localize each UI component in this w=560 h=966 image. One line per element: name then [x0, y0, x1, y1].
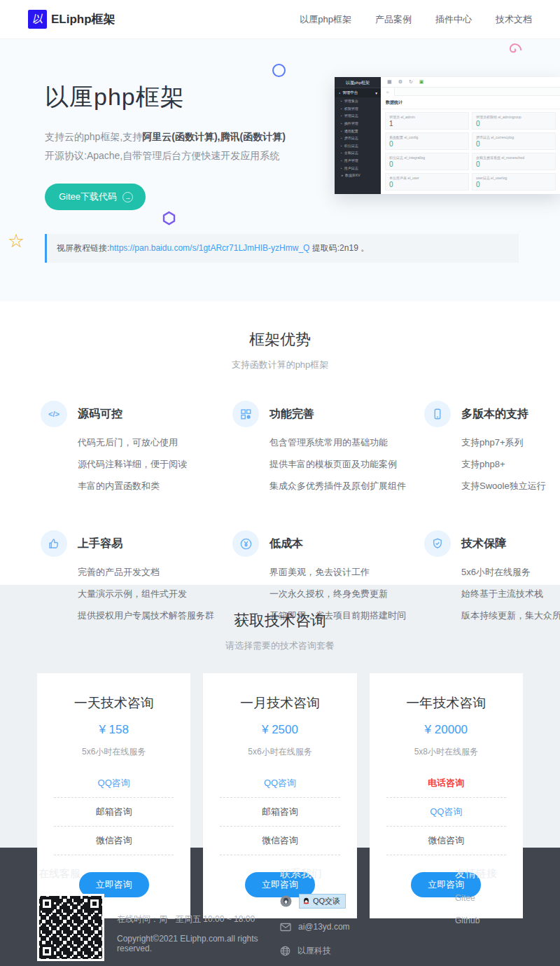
gitee-link[interactable]: Gitee: [455, 893, 497, 903]
logo-text: ELiphp框架: [51, 11, 115, 27]
phone-consult-link[interactable]: 电话咨询: [386, 769, 506, 798]
nav-item-framework[interactable]: 以厘php框架: [300, 13, 351, 26]
hero-desc-line2: 开源协议:Apache,自带管理后台方便快速开发应用系统: [45, 146, 286, 165]
chevron-down-icon: ▾: [375, 91, 377, 95]
notice-prefix: 视屏教程链接:: [57, 243, 109, 253]
footer-links-title: 友情链接: [455, 867, 497, 881]
feature-tech-guarantee: 技术保障 5x6小时在线服务 始终基于主流技术栈 版本持续更新，集大众所需: [424, 530, 560, 622]
screenshot-menu-item: ▪管理集合: [335, 97, 381, 105]
menu-item-icon: ●: [341, 173, 343, 177]
hero-text: 以厘php框架 支持云的php框架,支持阿里云(函数计算),腾讯(函数计算) 开…: [45, 81, 286, 210]
phone-icon: [424, 401, 451, 427]
screenshot-menu-item: ▪管理日志: [335, 112, 381, 120]
nav-item-plugins[interactable]: 插件中心: [435, 13, 472, 26]
hexagon-decoration-icon: [162, 211, 176, 226]
screenshot-stat-cards: 管理员 el_admin1 管理员权限组 el_admingroup0 系统配置…: [381, 109, 560, 193]
menu-item-icon: ▪: [341, 166, 342, 170]
screenshot-menu-item: ▪货币日志: [335, 134, 381, 142]
email-consult-item: 邮箱咨询: [220, 798, 340, 827]
grid-icon: ▦: [387, 79, 392, 85]
qq-penguin-icon: [302, 897, 310, 905]
qq-consult-link[interactable]: QQ咨询: [54, 769, 174, 798]
menu-header-icon: ◔: [338, 91, 340, 95]
menu-item-icon: ▪: [341, 121, 342, 125]
menu-item-icon: ▪: [341, 158, 342, 163]
stat-card: 系统配置 el_config0: [385, 132, 469, 150]
feature-point: 支持php8+: [461, 458, 546, 471]
menu-item-icon: ▪: [341, 106, 342, 111]
stat-card: 积分日志 el_integrallog0: [385, 153, 469, 170]
feature-complete-functions: 功能完善 包含管理系统常用的基础功能 提供丰富的模板页面及功能案例 集成众多优秀…: [232, 401, 406, 492]
screenshot-menu-item: ▪用户日志: [335, 164, 381, 172]
screenshot-sidebar-title: 以厘php框架: [335, 77, 381, 88]
mail-icon: [280, 923, 291, 932]
logo-icon: 以: [28, 10, 47, 29]
video-tutorial-notice: 视屏教程链接:https://pan.baidu.com/s/1gtARcr71…: [45, 234, 519, 263]
plugin-icon: ▣: [419, 79, 424, 85]
stat-card: 货币日志 el_currencylog0: [472, 132, 556, 150]
hero-title: 以厘php框架: [45, 81, 286, 113]
pricing-section: 获取技术咨询 请选择需要的技术咨询套餐 一天技术咨询 ¥ 158 5x6小时在线…: [0, 585, 560, 848]
tutorial-link[interactable]: https://pan.baidu.com/s/1gtARcr71LJmHIB-…: [109, 243, 309, 253]
feature-point: 支持php7+系列: [461, 436, 546, 449]
feature-point: 包含管理系统常用的基础功能: [270, 436, 406, 449]
admin-dashboard-screenshot: 以厘php框架 ◔ 管理中台 ▾ ▪管理集合 ▪权限管理 ▪管理日志 ▪插件管理…: [335, 77, 560, 194]
qq-consult-link[interactable]: QQ咨询: [386, 798, 506, 827]
feature-easy-start: 上手容易 完善的产品开发文档 大量演示示例，组件式开发 提供授权用户专属技术解答…: [41, 530, 214, 622]
screenshot-menu-item: ▪通用配置: [335, 127, 381, 134]
advantages-section: 框架优势 支持函数计算的php框架 </> 源码可控 代码无后门，可放心使用 源…: [0, 301, 560, 585]
feature-point: 代码无后门，可放心使用: [78, 436, 187, 449]
stat-card: 单位用户表 el_user0: [385, 173, 469, 191]
menu-item-icon: ▪: [341, 151, 342, 155]
company-link[interactable]: 以厘科技: [298, 945, 331, 957]
feature-point: 一次永久授权，终身免费更新: [270, 588, 406, 600]
notice-suffix: 提取码:2n19 。: [309, 243, 369, 253]
plan-price: ¥ 158: [54, 723, 174, 737]
plan-service: 5x6小时在线服务: [220, 746, 340, 758]
feature-point: 丰富的内置函数和类: [78, 480, 187, 492]
screenshot-sidebar: 以厘php框架 ◔ 管理中台 ▾ ▪管理集合 ▪权限管理 ▪管理日志 ▪插件管理…: [335, 77, 381, 194]
feature-point: 源代码注释详细，便于阅读: [78, 458, 187, 471]
wechat-consult-item: 微信咨询: [386, 827, 506, 855]
copyright-text: Copyright©2021 ELiphp.com.all rights res…: [117, 934, 280, 953]
feature-point: 界面美观，免去设计工作: [270, 566, 406, 579]
plan-price: ¥ 2500: [220, 723, 340, 737]
feature-point: 集成众多优秀插件及原创扩展组件: [270, 480, 406, 492]
advantages-subtitle: 支持函数计算的php框架: [0, 359, 560, 371]
github-link[interactable]: Github: [455, 916, 497, 925]
footer-service-title: 在线客服: [38, 867, 280, 881]
globe-icon: [280, 946, 290, 956]
stat-card: 余额兑换等系统 el_moneschod0: [472, 153, 556, 170]
plan-price: ¥ 20000: [386, 723, 506, 737]
feature-point: 始终基于主流技术栈: [461, 588, 560, 600]
feature-multi-version: 多版本的支持 支持php7+系列 支持php8+ 支持Swoole独立运行: [424, 401, 560, 492]
advantages-title: 框架优势: [0, 329, 560, 350]
email-link[interactable]: ai@13yd.com: [298, 922, 350, 932]
gitee-download-button[interactable]: Gitee下载代码 →: [45, 184, 146, 210]
feature-point: 5x6小时在线服务: [461, 566, 560, 579]
feature-point: 完善的产品开发文档: [78, 566, 214, 579]
feature-point: 版本持续更新，集大众所需: [461, 609, 560, 622]
feature-point: 大量演示示例，组件式开发: [78, 588, 214, 600]
stat-card: user日志 el_userlog0: [472, 173, 556, 191]
circle-decoration-icon: [272, 64, 286, 77]
hero-desc-line1: 支持云的php框架,支持阿里云(函数计算),腾讯(函数计算): [45, 127, 286, 146]
wechat-consult-item: 微信咨询: [54, 827, 174, 855]
logo[interactable]: 以 ELiphp框架: [28, 10, 115, 29]
menu-item-icon: ▪: [341, 136, 342, 140]
screenshot-menu-item: ●数据库KV: [335, 172, 381, 179]
feature-source-control: </> 源码可控 代码无后门，可放心使用 源代码注释详细，便于阅读 丰富的内置函…: [41, 401, 214, 492]
footer-contact-column: 联系我们 QQ交谈 ai@13yd.com: [280, 867, 455, 966]
qq-consult-link[interactable]: QQ咨询: [220, 769, 340, 798]
nav-item-docs[interactable]: 技术文档: [496, 13, 532, 26]
screenshot-toolbar: ▦ ⚙ ↻ ▣: [381, 77, 560, 88]
qq-chat-badge[interactable]: QQ交谈: [299, 894, 346, 909]
wechat-consult-item: 微信咨询: [220, 827, 340, 855]
screenshot-menu-item: ▪权限管理: [335, 105, 381, 113]
thumb-up-icon: [41, 530, 67, 557]
spiral-decoration-icon: [504, 39, 525, 60]
nav-item-cases[interactable]: 产品案例: [375, 13, 412, 26]
screenshot-menu-item: ▪金额日志: [335, 149, 381, 157]
feature-point: 支持Swoole独立运行: [461, 480, 546, 492]
gitee-download-label: Gitee下载代码: [59, 191, 117, 203]
